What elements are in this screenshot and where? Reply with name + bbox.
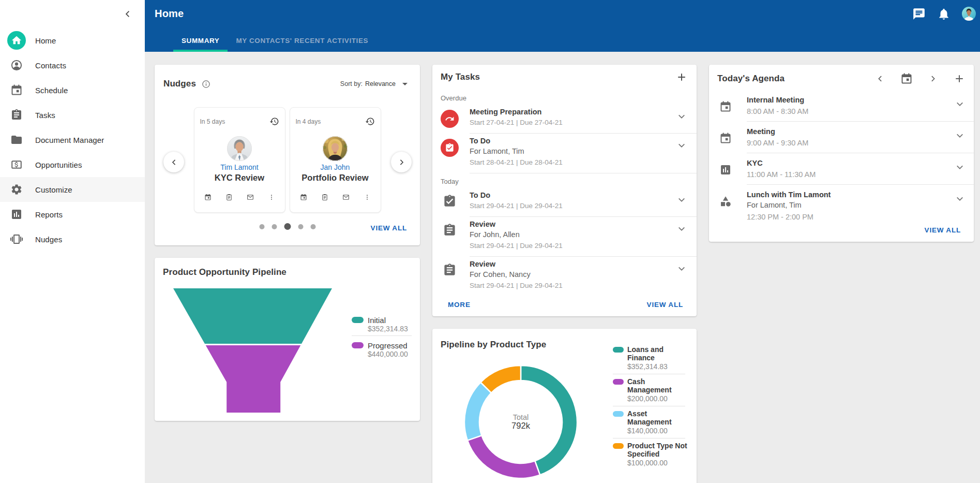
nudge-action-calendar-icon[interactable] bbox=[300, 194, 307, 201]
add-task-button[interactable] bbox=[675, 71, 688, 83]
tasks-section-label-today: Today bbox=[432, 173, 697, 188]
task-dates: Start 28-04-21 | Due 28-04-21 bbox=[470, 157, 672, 168]
sidebar-item-icon-wrap bbox=[0, 31, 33, 50]
task-right: To DoFor Lamont, TimStart 28-04-21 | Due… bbox=[470, 134, 697, 173]
add-agenda-item-button[interactable] bbox=[953, 72, 966, 85]
sort-by-dropdown[interactable]: Sort by:Relevance bbox=[340, 80, 408, 87]
agenda-expand-icon[interactable] bbox=[954, 130, 966, 141]
history-icon[interactable] bbox=[365, 116, 375, 126]
nudge-contact-link[interactable]: Tim Lamont bbox=[200, 163, 279, 171]
pipeline-by-product-type-card: Pipeline by Product TypeTotal792kLoans a… bbox=[432, 329, 697, 483]
chat-button[interactable] bbox=[912, 7, 926, 21]
sidebar-item-schedule[interactable]: Schedule bbox=[0, 78, 145, 103]
funnel-stage-progressed bbox=[206, 345, 301, 413]
agenda-expand-icon[interactable] bbox=[954, 162, 966, 173]
agenda-next-day-button[interactable] bbox=[928, 74, 938, 84]
nudges-view-all-button[interactable]: VIEW ALL bbox=[371, 224, 407, 232]
sidebar-item-reports[interactable]: Reports bbox=[0, 202, 145, 227]
nudges-card: NudgesSort by:RelevanceIn 5 daysTim Lamo… bbox=[155, 65, 420, 245]
carousel-dot-4[interactable] bbox=[298, 224, 303, 229]
legend-item-cash-management: Cash Management$200,000.00 bbox=[613, 378, 685, 403]
carousel-dot-5[interactable] bbox=[310, 224, 315, 229]
sidebar-collapse-button[interactable] bbox=[122, 8, 133, 20]
history-icon[interactable] bbox=[269, 116, 279, 126]
agenda-prev-day-button[interactable] bbox=[875, 74, 885, 84]
task-expand-icon[interactable] bbox=[676, 140, 687, 151]
nudge-cards-row: In 5 daysTim LamontKYC ReviewIn 4 daysJa… bbox=[155, 107, 420, 213]
agenda-item-kyc[interactable]: KYC11:00 AM - 11:30 AM bbox=[709, 153, 974, 185]
nudges-header: NudgesSort by:Relevance bbox=[155, 65, 420, 89]
task-row-review[interactable]: ReviewFor Cohen, NancyStart 29-04-21 | D… bbox=[432, 257, 697, 296]
task-row-review[interactable]: ReviewFor John, AllenStart 29-04-21 | Du… bbox=[432, 217, 697, 257]
nudge-action-clipboard-lines-icon[interactable] bbox=[321, 194, 328, 201]
carousel-pagination bbox=[259, 223, 315, 230]
agenda-calendar-icon bbox=[719, 132, 732, 144]
sidebar-item-home[interactable]: Home bbox=[0, 28, 145, 53]
agenda-expand-icon[interactable] bbox=[954, 193, 966, 204]
nudge-contact-link[interactable]: Jan John bbox=[296, 163, 375, 171]
agenda-expand-icon[interactable] bbox=[954, 98, 966, 110]
tasks-more-button[interactable]: MORE bbox=[448, 301, 471, 309]
task-expand-icon[interactable] bbox=[676, 194, 687, 206]
notifications-button[interactable] bbox=[937, 7, 951, 21]
agenda-item-time: 11:00 AM - 11:30 AM bbox=[747, 168, 950, 181]
agenda-date-picker-button[interactable] bbox=[900, 72, 913, 85]
funnel-legend: Initial$352,314.83Progressed$440,000.00 bbox=[352, 316, 412, 358]
task-redo-icon bbox=[445, 114, 455, 124]
carousel-dot-2[interactable] bbox=[272, 224, 277, 229]
tab-my-contacts-recent-activities[interactable]: MY CONTACTS' RECENT ACTIVITIES bbox=[228, 29, 376, 52]
info-icon[interactable] bbox=[202, 80, 210, 89]
agenda-item-meeting[interactable]: Meeting9:00 AM - 9:30 AM bbox=[709, 122, 974, 153]
carousel-next-button[interactable] bbox=[391, 152, 412, 172]
legend-item-product-type-not-specified: Product Type Not Specified$100,000.00 bbox=[613, 442, 685, 467]
agenda-item-time: 9:00 AM - 9:30 AM bbox=[747, 137, 950, 149]
task-row-meeting-preparation[interactable]: Meeting PreparationStart 27-04-21 | Due … bbox=[432, 105, 697, 134]
legend-swatch bbox=[613, 411, 624, 417]
main-area: Home SUMMARYMY CONTACTS' RECENT ACTIVITI… bbox=[145, 0, 980, 483]
nudge-action-mail-icon[interactable] bbox=[342, 194, 350, 201]
legend-text: Initial$352,314.83 bbox=[368, 316, 408, 333]
task-expand-icon[interactable] bbox=[676, 223, 687, 235]
sidebar-item-icon-wrap bbox=[0, 59, 33, 71]
nudge-actions bbox=[200, 194, 279, 201]
nudge-action-kebab-icon[interactable] bbox=[364, 194, 371, 201]
carousel-prev-button[interactable] bbox=[163, 152, 184, 172]
task-expand-icon[interactable] bbox=[676, 263, 687, 274]
nudges-carousel: In 5 daysTim LamontKYC ReviewIn 4 daysJa… bbox=[155, 107, 420, 213]
sidebar-item-contacts[interactable]: Contacts bbox=[0, 53, 145, 78]
carousel-dot-3-active[interactable] bbox=[284, 223, 291, 230]
task-body: ReviewFor Cohen, NancyStart 29-04-21 | D… bbox=[470, 259, 672, 291]
agenda-icon-col bbox=[717, 185, 747, 227]
nudge-action-kebab-icon[interactable] bbox=[268, 194, 275, 201]
task-title: Review bbox=[470, 259, 672, 269]
task-expand-icon[interactable] bbox=[676, 111, 687, 122]
sidebar-item-tasks[interactable]: Tasks bbox=[0, 103, 145, 127]
legend-text: Cash Management$200,000.00 bbox=[627, 378, 688, 403]
nudge-action-clipboard-lines-icon[interactable] bbox=[225, 194, 233, 201]
task-row-to-do[interactable]: To DoFor Lamont, TimStart 28-04-21 | Due… bbox=[432, 134, 697, 173]
nudge-action-mail-icon[interactable] bbox=[247, 194, 254, 201]
legend-item-initial: Initial$352,314.83 bbox=[352, 316, 412, 333]
nudge-card-kyc-review[interactable]: In 5 daysTim LamontKYC Review bbox=[194, 107, 285, 213]
nudge-action-calendar-icon[interactable] bbox=[204, 194, 212, 201]
sidebar-item-document-manager[interactable]: Document Manager bbox=[0, 127, 145, 152]
legend-swatch bbox=[613, 347, 624, 353]
agenda-item-lunch-with-tim-lamont[interactable]: Lunch with Tim LamontFor Lamont, Tim12:3… bbox=[709, 185, 974, 227]
sidebar-item-customize[interactable]: Customize bbox=[0, 177, 145, 202]
column-1: NudgesSort by:RelevanceIn 5 daysTim Lamo… bbox=[155, 65, 420, 421]
carousel-dot-1[interactable] bbox=[259, 224, 264, 229]
agenda-footer: VIEW ALL bbox=[925, 225, 961, 235]
task-body: Meeting PreparationStart 27-04-21 | Due … bbox=[470, 107, 672, 128]
legend-text: Product Type Not Specified$100,000.00 bbox=[627, 442, 688, 467]
sidebar-item-nudges[interactable]: Nudges bbox=[0, 227, 145, 252]
tab-summary[interactable]: SUMMARY bbox=[173, 29, 228, 52]
sidebar-item-opportunities[interactable]: Opportunities bbox=[0, 152, 145, 177]
agenda-view-all-button[interactable]: VIEW ALL bbox=[925, 226, 961, 234]
agenda-body: Meeting9:00 AM - 9:30 AM bbox=[747, 126, 950, 149]
tasks-view-all-button[interactable]: VIEW ALL bbox=[647, 301, 683, 309]
task-row-to-do[interactable]: To DoStart 29-04-21 | Due 29-04-21 bbox=[432, 188, 697, 217]
nudge-card-portfolio-review[interactable]: In 4 daysJan JohnPortfolio Review bbox=[290, 107, 381, 213]
user-avatar[interactable] bbox=[962, 7, 976, 21]
sort-by-value: Relevance bbox=[365, 80, 396, 87]
agenda-item-internal-meeting[interactable]: Internal Meeting8:00 AM - 8:30 AM bbox=[709, 90, 974, 122]
